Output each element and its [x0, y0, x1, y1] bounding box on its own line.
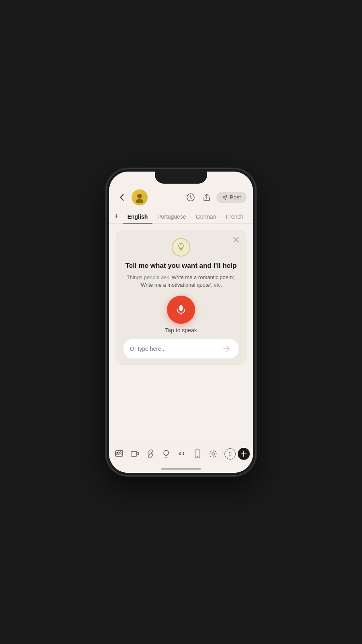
microphone-button[interactable]	[167, 296, 195, 324]
send-button[interactable]	[221, 343, 232, 354]
avatar[interactable]	[132, 189, 148, 205]
images-icon[interactable]	[112, 447, 126, 461]
language-tabs: + English Portuguese German French	[109, 209, 253, 224]
post-button[interactable]: Post	[216, 192, 247, 203]
lightbulb-container	[123, 238, 239, 257]
home-bar	[161, 468, 201, 470]
settings-icon[interactable]	[206, 447, 220, 461]
link-icon[interactable]	[144, 447, 157, 461]
add-button[interactable]	[238, 448, 250, 460]
svg-point-12	[212, 453, 214, 455]
history-icon[interactable]	[184, 191, 197, 204]
bottom-toolbar: 0	[109, 443, 253, 465]
phone-screen: Post + English Portuguese German Frenc	[109, 172, 253, 473]
svg-rect-3	[179, 305, 183, 311]
share-icon[interactable]	[200, 191, 213, 204]
header: Post	[109, 186, 253, 209]
mic-container: Tap to speak	[123, 296, 239, 333]
svg-point-0	[137, 194, 142, 199]
tap-to-speak-label: Tap to speak	[165, 327, 197, 333]
lightbulb-circle	[172, 238, 190, 257]
back-button[interactable]	[115, 191, 128, 204]
svg-point-1	[136, 199, 143, 203]
main-content: Tell me what you want and I'll help Thin…	[109, 224, 253, 443]
notch	[155, 172, 207, 184]
toolbar-divider	[222, 449, 222, 458]
counter-badge: 0	[224, 448, 236, 460]
add-language-button[interactable]: +	[114, 211, 119, 222]
quotes-icon[interactable]	[175, 447, 189, 461]
tab-english[interactable]: English	[123, 210, 153, 223]
close-button[interactable]	[231, 235, 241, 244]
ai-suggestion-card: Tell me what you want and I'll help Thin…	[115, 230, 247, 365]
tab-portuguese[interactable]: Portuguese	[152, 210, 191, 223]
svg-point-11	[197, 456, 198, 457]
post-label: Post	[230, 194, 241, 201]
card-subtitle: Things people ask 'Write me a romantic p…	[123, 273, 239, 289]
lightbulb-icon[interactable]	[159, 447, 173, 461]
type-input[interactable]	[130, 346, 218, 352]
screen-content: Post + English Portuguese German Frenc	[109, 172, 253, 473]
svg-rect-9	[131, 451, 137, 456]
tab-french[interactable]: French	[221, 210, 248, 223]
phone-icon[interactable]	[191, 447, 204, 461]
phone-frame: Post + English Portuguese German Frenc	[107, 169, 255, 475]
card-title: Tell me what you want and I'll help	[123, 261, 239, 270]
type-input-container	[123, 339, 239, 358]
home-indicator	[109, 465, 253, 473]
tab-german[interactable]: German	[191, 210, 221, 223]
video-icon[interactable]	[128, 447, 142, 461]
